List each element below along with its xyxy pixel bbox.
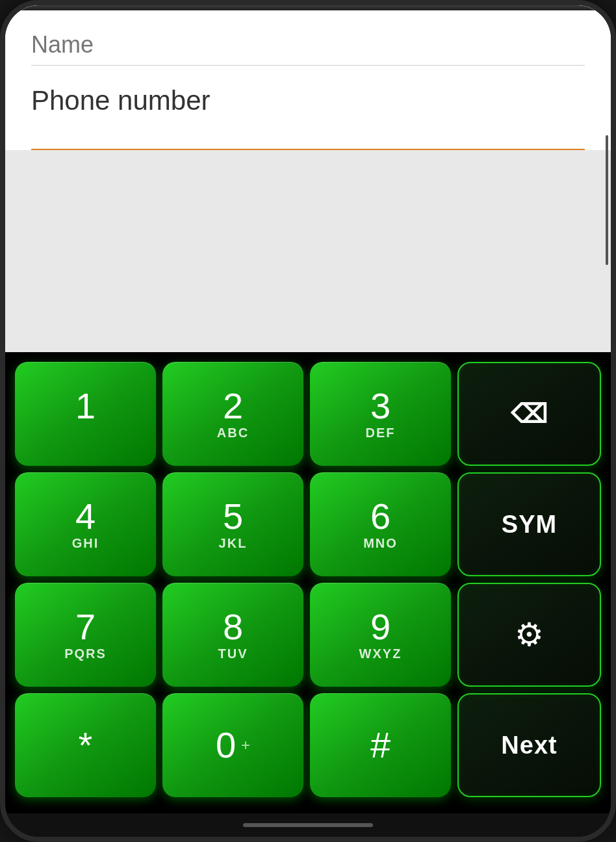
key-next-button[interactable]: Next	[457, 693, 601, 797]
keyboard-row-3: 7 PQRS 8 TUV 9 WXYZ ⚙	[15, 583, 601, 687]
key-5-button[interactable]: 5 JKL	[162, 472, 303, 576]
key-backspace-button[interactable]: ⌫	[457, 362, 601, 466]
key-0-button[interactable]: 0 +	[162, 693, 303, 797]
scroll-bar	[606, 135, 608, 265]
key-8-button[interactable]: 8 TUV	[162, 583, 303, 687]
key-star-button[interactable]: *	[15, 693, 156, 797]
key-9-letters: WXYZ	[359, 646, 402, 661]
key-9-button[interactable]: 9 WXYZ	[310, 583, 451, 687]
key-3-letters: DEF	[366, 426, 396, 440]
key-6-letters: MNO	[363, 536, 398, 551]
key-4-number: 4	[75, 498, 96, 535]
keyboard-row-2: 4 GHI 5 JKL 6 MNO SYM	[15, 472, 601, 576]
inputs-section: Phone number	[5, 5, 611, 150]
key-8-letters: TUV	[218, 646, 248, 661]
key-3-button[interactable]: 3 DEF	[310, 362, 451, 466]
key-1-letters	[83, 426, 88, 440]
key-4-letters: GHI	[72, 536, 99, 551]
keyboard-area: 1 2 ABC 3 DEF ⌫ 4 GHI 5 JKL	[5, 352, 611, 813]
home-bar	[243, 823, 373, 827]
key-7-number: 7	[75, 609, 96, 645]
key-3-number: 3	[370, 388, 391, 424]
key-4-button[interactable]: 4 GHI	[15, 472, 156, 576]
phone-number-label: Phone number	[31, 85, 585, 116]
key-6-number: 6	[370, 498, 391, 535]
key-sym-button[interactable]: SYM	[457, 472, 601, 576]
backspace-icon: ⌫	[511, 399, 548, 429]
name-input[interactable]	[31, 25, 585, 65]
settings-icon: ⚙	[515, 616, 544, 654]
zero-plus-group: 0 +	[216, 727, 250, 763]
key-0-plus: +	[241, 736, 250, 754]
sym-label: SYM	[502, 511, 557, 539]
key-hash-number: #	[370, 727, 391, 763]
key-1-number: 1	[75, 388, 96, 424]
key-6-button[interactable]: 6 MNO	[310, 472, 451, 576]
key-5-number: 5	[223, 498, 243, 535]
content-area: Phone number	[5, 5, 611, 352]
key-star-number: *	[79, 727, 93, 763]
keyboard-row-4: * 0 + # Next	[15, 693, 601, 797]
key-1-button[interactable]: 1	[15, 362, 156, 466]
key-7-letters: PQRS	[64, 646, 107, 661]
gray-spacer	[5, 150, 611, 352]
home-indicator	[5, 813, 611, 837]
key-9-number: 9	[370, 609, 391, 645]
key-7-button[interactable]: 7 PQRS	[15, 583, 156, 687]
next-label: Next	[501, 732, 557, 759]
name-divider	[31, 65, 585, 66]
key-8-number: 8	[223, 609, 243, 645]
key-2-letters: ABC	[217, 426, 249, 440]
key-settings-button[interactable]: ⚙	[457, 583, 601, 687]
key-2-button[interactable]: 2 ABC	[162, 362, 303, 466]
phone-frame: Phone number 1 2 ABC 3 DEF ⌫	[0, 0, 616, 842]
key-2-number: 2	[223, 388, 243, 424]
key-hash-button[interactable]: #	[310, 693, 451, 797]
keyboard-row-1: 1 2 ABC 3 DEF ⌫	[15, 362, 601, 466]
key-0-number: 0	[216, 727, 236, 763]
key-5-letters: JKL	[219, 536, 248, 551]
